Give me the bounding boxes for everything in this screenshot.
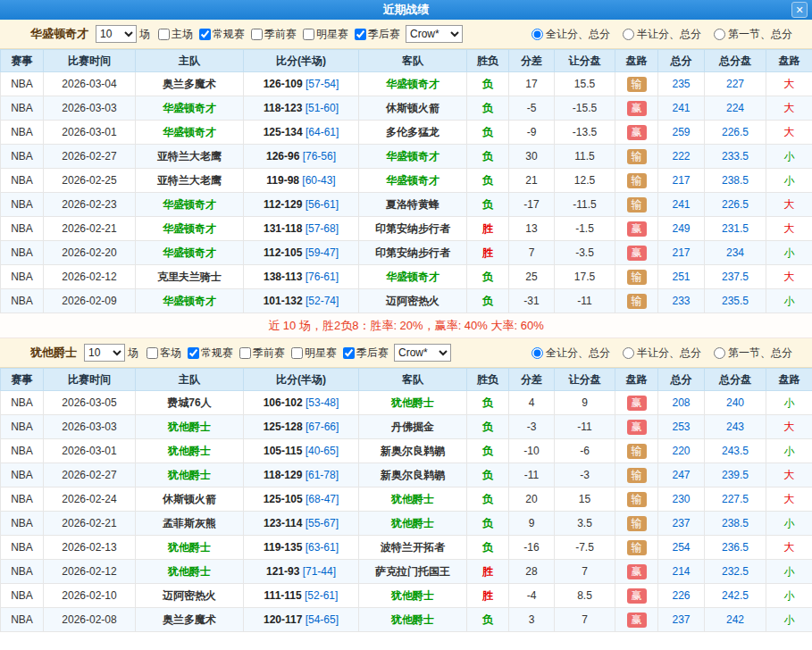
filter-checkbox-option[interactable]: 季前赛 <box>245 27 297 42</box>
table-row: NBA2026-02-23华盛顿奇才112-129 [56-61]夏洛特黄蜂负-… <box>1 193 812 217</box>
table-row: NBA2026-03-03华盛顿奇才118-123 [51-60]休斯顿火箭负-… <box>1 96 812 121</box>
radio-半让分、总分[interactable] <box>623 347 634 359</box>
stat-mode-option[interactable]: 第一节、总分 <box>714 27 792 42</box>
home-team-cell: 休斯顿火箭 <box>136 488 244 512</box>
date-cell: 2026-03-03 <box>44 415 136 439</box>
filter-checkbox-option[interactable]: 明星赛 <box>285 346 337 361</box>
table-row: NBA2026-03-01华盛顿奇才125-134 [64-61]多伦多猛龙负-… <box>1 121 812 145</box>
handicap-result-cell: 赢 <box>615 217 658 241</box>
total-points-cell: 241 <box>658 193 705 217</box>
checkbox-明星赛[interactable] <box>291 347 303 359</box>
date-cell: 2026-02-21 <box>44 217 136 241</box>
over-under-cell: 大 <box>766 217 812 241</box>
stat-mode-option[interactable]: 全让分、总分 <box>532 346 610 361</box>
radio-半让分、总分[interactable] <box>623 29 634 40</box>
filter-checkbox-option[interactable]: 常规赛 <box>181 346 233 361</box>
checkbox-label: 主场 <box>172 27 193 42</box>
radio-全让分、总分[interactable] <box>532 29 543 40</box>
column-header: 盘路 <box>615 50 658 72</box>
checkbox-主场[interactable] <box>158 29 170 40</box>
checkbox-季前赛[interactable] <box>251 29 263 40</box>
games-count-select[interactable]: 10 <box>96 25 137 43</box>
column-header: 让分盘 <box>555 369 615 391</box>
handicap-result-badge: 输 <box>627 197 647 212</box>
filter-checkbox-option[interactable]: 季后赛 <box>337 346 389 361</box>
filter-checkbox-option[interactable]: 季前赛 <box>233 346 285 361</box>
checkbox-常规赛[interactable] <box>199 29 211 40</box>
score-cell: 119-135 [63-61] <box>244 536 359 560</box>
filter-checkbox-option[interactable]: 主场 <box>152 27 193 42</box>
score-cell: 123-114 [55-67] <box>244 512 359 536</box>
checkbox-季后赛[interactable] <box>355 29 366 40</box>
table-row: NBA2026-02-10迈阿密热火111-115 [52-61]犹他爵士胜-4… <box>1 584 812 608</box>
total-points-cell: 226 <box>658 584 705 608</box>
result-text: 负 <box>482 396 493 409</box>
column-header: 主队 <box>136 50 244 72</box>
total-line-cell: 240 <box>705 391 766 415</box>
total-points-cell: 230 <box>658 488 705 512</box>
half-score: [52-74] <box>306 295 339 307</box>
handicap-result-badge: 输 <box>627 516 647 531</box>
home-team-cell: 犹他爵士 <box>136 536 244 560</box>
filter-checkbox-option[interactable]: 明星赛 <box>297 27 348 42</box>
column-header: 主队 <box>136 369 244 391</box>
team-name: 华盛顿奇才 <box>386 150 439 162</box>
total-line-cell: 227 <box>705 72 766 96</box>
home-team-cell: 克里夫兰骑士 <box>136 265 244 289</box>
table-row: NBA2026-02-12犹他爵士121-93 [71-44]萨克拉门托国王胜2… <box>1 560 812 584</box>
point-diff-cell: 13 <box>509 217 555 241</box>
over-under-text: 小 <box>784 295 795 307</box>
point-diff-cell: 4 <box>509 391 555 415</box>
game-type-select[interactable]: Crow* <box>394 344 451 362</box>
team-name: 印第安纳步行者 <box>375 222 450 235</box>
league-cell: NBA <box>1 608 44 632</box>
over-under-cell: 小 <box>766 169 812 193</box>
handicap-line-cell: -11.5 <box>555 193 615 217</box>
checkbox-明星赛[interactable] <box>303 29 314 40</box>
stat-mode-option[interactable]: 半让分、总分 <box>623 346 701 361</box>
team-name: 奥兰多魔术 <box>163 613 216 626</box>
filter-checkbox-option[interactable]: 季后赛 <box>348 27 400 42</box>
league-cell: NBA <box>1 463 44 488</box>
total-points-cell: 214 <box>658 560 705 584</box>
team-name: 犹他爵士 <box>391 396 434 409</box>
stat-mode-option[interactable]: 全让分、总分 <box>532 27 610 42</box>
filter-checkbox-option[interactable]: 常规赛 <box>193 27 245 42</box>
final-score: 119-135 <box>264 541 302 554</box>
half-score: [54-65] <box>306 613 339 626</box>
team-name: 休斯顿火箭 <box>386 102 439 114</box>
away-team-cell: 华盛顿奇才 <box>359 145 467 169</box>
result-cell: 负 <box>467 169 509 193</box>
handicap-line-cell: -1.5 <box>555 217 615 241</box>
half-score: [68-47] <box>306 493 339 505</box>
close-button[interactable]: ✕ <box>791 2 808 18</box>
total-line-cell: 226.5 <box>705 121 766 145</box>
games-count-select[interactable]: 10 <box>84 344 125 362</box>
league-cell: NBA <box>1 391 44 415</box>
checkbox-季后赛[interactable] <box>343 347 355 359</box>
checkbox-季前赛[interactable] <box>239 347 251 359</box>
score-cell: 106-102 [53-48] <box>244 391 359 415</box>
over-under-text: 大 <box>784 222 795 235</box>
column-header: 赛事 <box>1 50 44 72</box>
stat-mode-option[interactable]: 第一节、总分 <box>714 346 792 361</box>
filter-checkbox-option[interactable]: 客场 <box>140 346 181 361</box>
column-header: 盘路 <box>766 369 812 391</box>
radio-全让分、总分[interactable] <box>532 347 543 359</box>
table-row: NBA2026-02-25亚特兰大老鹰119-98 [60-43]华盛顿奇才负2… <box>1 169 812 193</box>
radio-第一节、总分[interactable] <box>714 347 725 359</box>
half-score: [71-44] <box>303 565 336 578</box>
checkbox-客场[interactable] <box>146 347 158 359</box>
header-row: 赛事比赛时间主队比分(半场)客队胜负分差让分盘盘路总分总分盘盘路 <box>1 369 812 391</box>
score-cell: 105-115 [40-65] <box>244 439 359 463</box>
radio-第一节、总分[interactable] <box>714 29 725 40</box>
handicap-result-badge: 赢 <box>627 125 647 140</box>
half-score: [55-67] <box>306 517 339 529</box>
league-cell: NBA <box>1 193 44 217</box>
stat-mode-option[interactable]: 半让分、总分 <box>623 27 701 42</box>
game-type-select[interactable]: Crow* <box>406 25 463 43</box>
stat-mode-radios: 全让分、总分半让分、总分第一节、总分 <box>532 27 801 42</box>
checkbox-常规赛[interactable] <box>188 347 199 359</box>
handicap-result-cell: 赢 <box>615 584 658 608</box>
team-name: 迈阿密热火 <box>163 589 216 602</box>
